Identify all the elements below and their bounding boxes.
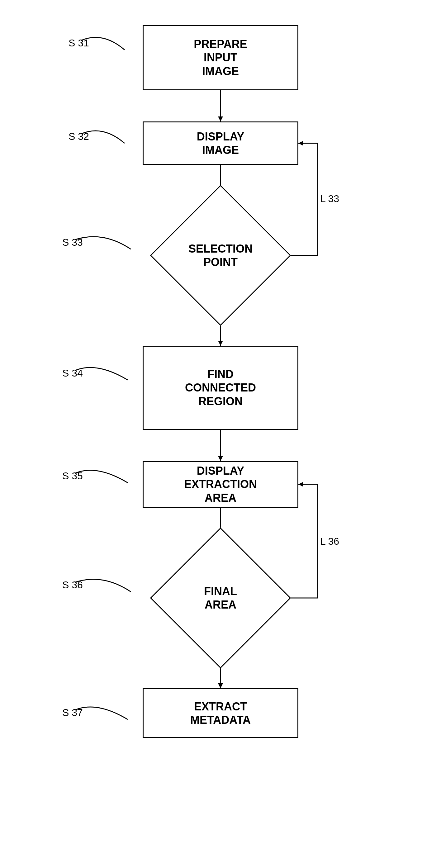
svg-marker-19 [298,482,303,487]
flowchart: PREPAREINPUTIMAGE S 31 DISPLAYIMAGE S 32… [0,0,441,868]
svg-marker-15 [298,141,303,146]
loop-l36-label: L 36 [320,536,339,547]
svg-marker-5 [218,341,223,346]
step-s32-label: DISPLAYIMAGE [197,130,245,157]
s36-curve [56,573,156,598]
step-s35-box: DISPLAYEXTRACTIONAREA [143,461,298,508]
step-s37-label: EXTRACTMETADATA [190,700,251,726]
step-s36-text: FINALAREA [204,585,237,611]
step-s32-box: DISPLAYIMAGE [143,121,298,165]
s37-curve [56,701,150,726]
step-s36-wrapper: FINALAREA [150,528,291,669]
step-s31-label: PREPAREINPUTIMAGE [194,37,247,78]
s32-curve [62,125,150,150]
step-s37-box: EXTRACTMETADATA [143,688,298,738]
step-s34-label: FINDCONNECTEDREGION [185,368,256,408]
s35-curve [56,464,150,489]
s34-curve [56,361,150,386]
s31-curve [62,31,150,56]
svg-marker-11 [218,683,223,688]
svg-marker-1 [218,117,223,121]
s33-curve [56,230,156,255]
svg-marker-7 [218,456,223,461]
step-s35-label: DISPLAYEXTRACTIONAREA [184,464,257,504]
step-s33-wrapper: SELECTIONPOINT [150,185,291,326]
step-s34-box: FINDCONNECTEDREGION [143,346,298,430]
step-s31-box: PREPAREINPUTIMAGE [143,25,298,90]
loop-l33-label: L 33 [320,193,339,205]
step-s33-text: SELECTIONPOINT [188,242,253,269]
